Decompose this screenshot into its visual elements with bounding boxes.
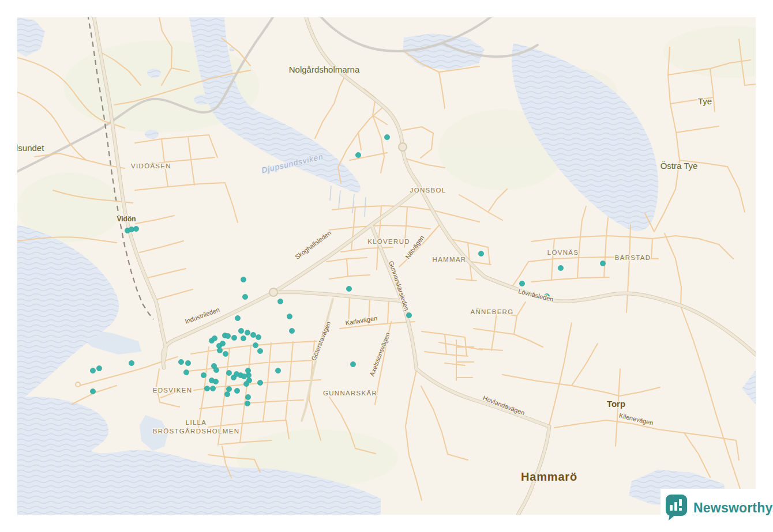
data-point-marker[interactable] [558,265,563,270]
page: lsundetNolgårdsholmarnaVIDÖÅSENVidönDjup… [0,0,773,532]
data-point-marker[interactable] [90,368,95,373]
data-point-marker[interactable] [245,394,250,399]
data-point-marker[interactable] [277,299,283,304]
data-point-marker[interactable] [90,388,95,394]
data-point-marker[interactable] [234,388,239,393]
data-point-marker[interactable] [213,367,219,372]
map-label: LILLA [186,419,207,426]
data-point-marker[interactable] [224,391,230,397]
data-point-marker[interactable] [238,328,243,333]
map-label: KLÖVERUD [367,238,410,245]
newsworthy-logo[interactable]: Newsworthy [661,489,773,532]
data-point-marker[interactable] [212,335,217,341]
map-label: HAMMAR [433,256,467,263]
data-point-marker[interactable] [204,386,209,391]
map-label: lsundet [17,143,44,153]
data-point-marker[interactable] [350,361,355,367]
map-label: BÄRSTAD [615,254,651,261]
map-label: Vidön [117,215,136,223]
data-point-marker[interactable] [355,152,361,157]
data-point-marker[interactable] [242,294,247,299]
data-point-marker[interactable] [243,381,249,386]
map-label: Tye [698,96,712,106]
data-point-marker[interactable] [346,286,351,291]
data-point-marker[interactable] [250,332,256,337]
map-label: Östra Tye [661,161,698,171]
map-label: LÖVNÄS [547,249,579,256]
data-point-marker[interactable] [257,380,262,385]
data-point-marker[interactable] [519,281,524,286]
data-point-marker[interactable] [183,369,189,375]
data-point-marker[interactable] [241,277,246,282]
data-point-marker[interactable] [178,359,183,364]
data-point-marker[interactable] [275,368,280,373]
data-point-marker[interactable] [217,348,222,353]
data-point-marker[interactable] [245,368,250,373]
data-point-marker[interactable] [241,335,246,341]
map-label: GUNNARSKÄR [323,390,377,397]
data-point-marker[interactable] [223,351,228,356]
data-point-marker[interactable] [384,134,389,139]
data-point-marker[interactable] [235,315,240,320]
map-frame: lsundetNolgårdsholmarnaVIDÖÅSENVidönDjup… [17,17,756,515]
data-point-marker[interactable] [133,226,138,231]
newsworthy-wordmark: Newsworthy [693,500,772,516]
data-point-marker[interactable] [287,314,292,319]
data-point-marker[interactable] [256,334,261,339]
data-point-marker[interactable] [129,360,134,365]
data-point-marker[interactable] [245,401,250,406]
map-label: EDSVIKEN [153,387,193,394]
data-point-marker[interactable] [600,261,605,266]
map-label: Torp [607,399,625,409]
data-point-marker[interactable] [406,312,411,318]
data-point-marker[interactable] [201,372,206,378]
map-label: BRÖSTGÅRDSHOLMEN [153,428,240,435]
data-point-marker[interactable] [210,386,215,391]
map-label: Nolgårdsholmarna [289,65,360,74]
data-point-marker[interactable] [213,379,218,384]
data-point-marker[interactable] [220,341,225,346]
data-point-marker[interactable] [96,365,102,371]
data-point-marker[interactable] [245,330,250,335]
data-point-marker[interactable] [257,348,262,353]
data-point-marker[interactable] [185,360,190,365]
data-point-marker[interactable] [478,251,483,256]
data-point-marker[interactable] [231,335,237,340]
map-label: VIDÖÅSEN [131,163,171,169]
map-label: Hammarö [521,470,577,483]
data-point-marker[interactable] [226,370,231,375]
data-point-marker[interactable] [241,373,246,379]
data-point-marker[interactable] [253,342,258,348]
bar-chart-bubble-icon [665,495,688,521]
data-point-marker[interactable] [225,333,230,338]
map-canvas[interactable]: lsundetNolgårdsholmarnaVIDÖÅSENVidönDjup… [17,17,756,515]
data-point-marker[interactable] [226,386,231,391]
map-label: ANNEBERG [471,308,514,315]
map-label: JONSBOL [410,187,446,194]
data-point-marker[interactable] [289,328,294,333]
